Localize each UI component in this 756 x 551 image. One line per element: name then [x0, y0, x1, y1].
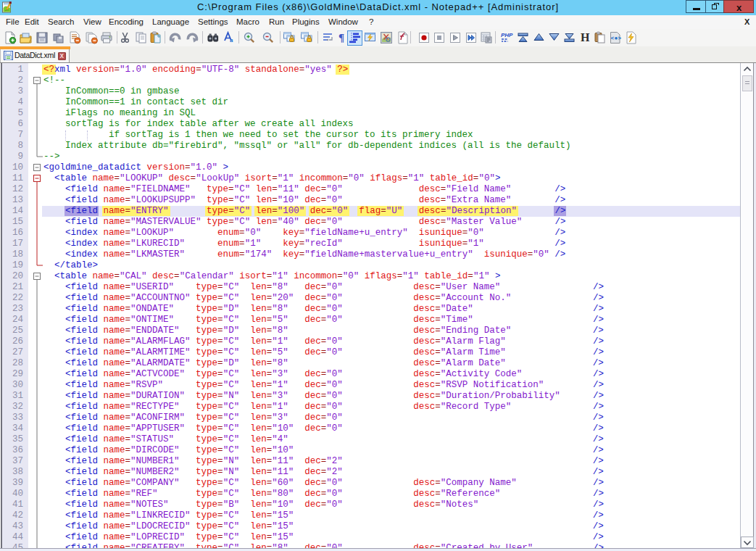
svg-text:PHP: PHP: [501, 32, 513, 38]
svg-text:H: H: [581, 31, 590, 44]
svg-text:<●>: <●>: [611, 35, 622, 41]
svg-text:¶: ¶: [338, 32, 344, 44]
svg-text:a: a: [230, 36, 233, 44]
